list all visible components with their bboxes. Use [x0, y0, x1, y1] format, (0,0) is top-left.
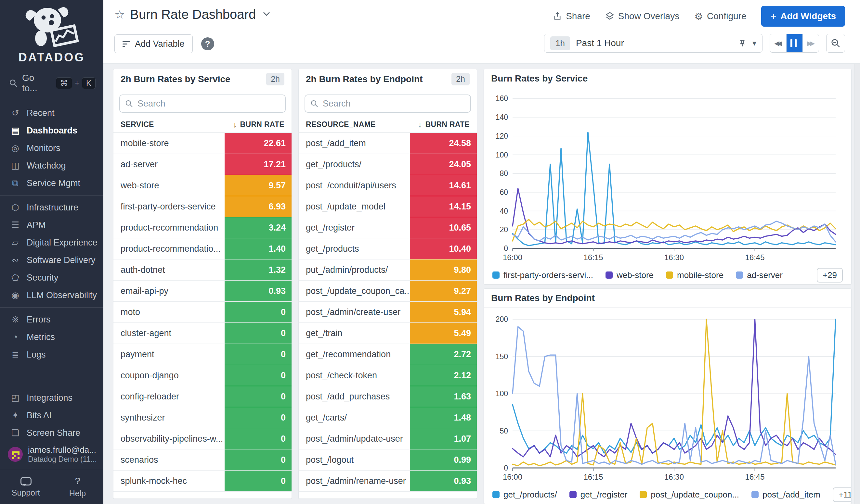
sidebar-item-llm-observability[interactable]: ◉ LLM Observability: [0, 286, 103, 304]
table-row[interactable]: get_/train 5.49: [299, 323, 477, 344]
sidebar-item-metrics[interactable]: ◔ Metrics: [0, 328, 103, 346]
sidebar-item-security[interactable]: ⬠ Security: [0, 269, 103, 286]
sidebar-item-dashboards[interactable]: ▤ Dashboards: [0, 122, 103, 139]
timeseries-chart[interactable]: 02040608010012014016016:0016:1516:3016:4…: [492, 89, 844, 264]
favorite-star-icon[interactable]: ☆: [114, 8, 125, 21]
pin-icon[interactable]: [738, 39, 747, 47]
svg-text:80: 80: [500, 169, 508, 178]
table-row[interactable]: cluster-agent 0: [113, 323, 291, 344]
sidebar-item-integrations[interactable]: ◰ Integrations: [0, 389, 103, 406]
table-row[interactable]: ad-server 17.21: [113, 154, 291, 175]
table-row[interactable]: post_/add_item 24.58: [299, 133, 477, 154]
legend-overflow-badge[interactable]: +29: [817, 268, 843, 283]
sidebar-item-watchdog[interactable]: ◫ Watchdog: [0, 157, 103, 174]
table-row[interactable]: splunk-mock-hec 0: [113, 471, 291, 492]
legend-item-first-party-orders-servi[interactable]: first-party-orders-servi...: [492, 270, 593, 280]
table-row[interactable]: observability-pipelines-w... 0: [113, 428, 291, 449]
sidebar-item-screen-share[interactable]: ❏ Screen Share: [0, 424, 103, 442]
table-row[interactable]: post_/check-token 2.12: [299, 365, 477, 386]
table-row[interactable]: post_/admin/update-user 1.07: [299, 428, 477, 449]
endpoint-table-body: post_/add_item 24.58 get_/products/ 24.0…: [299, 133, 477, 492]
table-row[interactable]: moto 0: [113, 302, 291, 323]
table-row[interactable]: post_/logout 0.99: [299, 449, 477, 471]
table-row[interactable]: post_/update_model 14.15: [299, 196, 477, 217]
table-row[interactable]: get_/products/ 24.05: [299, 154, 477, 175]
backward-button[interactable]: ◀◀: [770, 34, 786, 52]
table-row[interactable]: mobile-store 22.61: [113, 133, 291, 154]
table-row[interactable]: get_/recommendation 2.72: [299, 344, 477, 365]
sidebar-item-digital-experience[interactable]: ▱ Digital Experience: [0, 234, 103, 251]
table-row[interactable]: web-store 9.57: [113, 175, 291, 196]
sidebar-item-apm[interactable]: ☰ APM: [0, 216, 103, 234]
page-scrollbar[interactable]: [854, 64, 860, 504]
table-row[interactable]: post_/admin/create-user 5.94: [299, 302, 477, 323]
help-button[interactable]: ? Help: [52, 469, 103, 504]
table-row[interactable]: product-recommendatio... 1.40: [113, 238, 291, 260]
sidebar-item-service-mgmt[interactable]: ⧉ Service Mgmt: [0, 174, 103, 192]
sidebar-item-software-delivery[interactable]: ∾ Software Delivery: [0, 251, 103, 269]
errors-icon: ※: [10, 314, 21, 325]
table-row[interactable]: config-reloader 0: [113, 386, 291, 407]
sidebar-item-bits-ai[interactable]: ✦ Bits AI: [0, 406, 103, 424]
table-row[interactable]: auth-dotnet 1.32: [113, 260, 291, 281]
legend-item-post-add-item[interactable]: post_/add_item: [751, 490, 820, 500]
support-button[interactable]: Support: [0, 469, 52, 504]
time-range-selector[interactable]: 1h Past 1 Hour ▾: [544, 34, 762, 53]
column-header-burn-rate[interactable]: ↓ BURN RATE: [233, 120, 284, 129]
datadog-logo[interactable]: DATADOG: [0, 0, 103, 66]
legend-item-get-products[interactable]: get_/products/: [492, 490, 557, 500]
table-row[interactable]: payment 0: [113, 344, 291, 365]
goto-search[interactable]: Go to... ⌘ + K: [0, 66, 103, 100]
table-row[interactable]: product-recommendation 3.24: [113, 217, 291, 238]
table-row[interactable]: get_/products 10.40: [299, 238, 477, 260]
filter-icon: [123, 41, 130, 47]
user-account[interactable]: james.frullo@da... Datadog Demo (11...: [0, 442, 103, 469]
add-variable-button[interactable]: Add Variable: [114, 34, 193, 53]
table-row[interactable]: synthesizer 0: [113, 407, 291, 428]
sidebar-item-label: Screen Share: [27, 428, 80, 438]
table-row[interactable]: email-api-py 0.93: [113, 281, 291, 302]
legend-item-web-store[interactable]: web-store: [605, 270, 654, 280]
legend-item-mobile-store[interactable]: mobile-store: [666, 270, 723, 280]
column-header-resource-name[interactable]: RESOURCE_NAME: [306, 120, 376, 129]
sidebar-item-recent[interactable]: ↺ Recent: [0, 104, 103, 122]
table-row[interactable]: get_/carts/ 1.48: [299, 407, 477, 428]
sidebar-item-logs[interactable]: ≣ Logs: [0, 346, 103, 364]
table-row[interactable]: scenarios 0: [113, 449, 291, 471]
column-header-burn-rate[interactable]: ↓ BURN RATE: [418, 120, 470, 129]
table-row[interactable]: get_/register 10.65: [299, 217, 477, 238]
pause-button[interactable]: [786, 34, 802, 52]
column-header-service[interactable]: SERVICE: [120, 120, 154, 129]
share-button[interactable]: Share: [553, 11, 590, 21]
table-row[interactable]: post_/admin/rename-user 0.93: [299, 471, 477, 492]
legend-color-chip: [492, 491, 500, 498]
add-widgets-button[interactable]: + Add Widgets: [761, 6, 845, 27]
help-icon: ?: [52, 474, 103, 487]
legend-overflow-badge[interactable]: +114: [833, 487, 851, 502]
service-search-input[interactable]: [138, 99, 280, 109]
legend-item-get-register[interactable]: get_/register: [570, 490, 628, 500]
sidebar-item-monitors[interactable]: ◎ Monitors: [0, 139, 103, 157]
table-row[interactable]: post_/conduit/api/users 14.61: [299, 175, 477, 196]
row-name: scenarios: [113, 449, 225, 470]
table-row[interactable]: coupon-django 0: [113, 365, 291, 386]
legend-item-post-update-coupon[interactable]: post_/update_coupon...: [640, 490, 739, 500]
forward-button[interactable]: ▶▶: [802, 34, 819, 52]
show-overlays-button[interactable]: Show Overlays: [605, 11, 679, 21]
table-row[interactable]: put_/admin/products/ 9.80: [299, 260, 477, 281]
sidebar-item-errors[interactable]: ※ Errors: [0, 311, 103, 328]
title-chevron-down-icon[interactable]: [263, 12, 270, 17]
timeseries-chart[interactable]: 05010015020016:0016:1516:3016:45: [492, 308, 844, 484]
legend-item-ad-server[interactable]: ad-server: [736, 270, 783, 280]
table-row[interactable]: first-party-orders-service 6.93: [113, 196, 291, 217]
table-row[interactable]: post_/add_purchases 1.63: [299, 386, 477, 407]
sidebar-item-infrastructure[interactable]: ⬡ Infrastructure: [0, 199, 103, 216]
sidebar-item-label: Service Mgmt: [27, 178, 80, 188]
zoom-out-button[interactable]: [826, 34, 845, 53]
burn-rate-cell: 5.49: [410, 323, 477, 344]
variables-help-icon[interactable]: ?: [201, 38, 214, 50]
endpoint-search-input[interactable]: [323, 99, 465, 109]
configure-button[interactable]: ⚙ Configure: [694, 11, 746, 22]
row-name: product-recommendation: [113, 217, 225, 238]
table-row[interactable]: post_/update_coupon_ca... 9.27: [299, 281, 477, 302]
